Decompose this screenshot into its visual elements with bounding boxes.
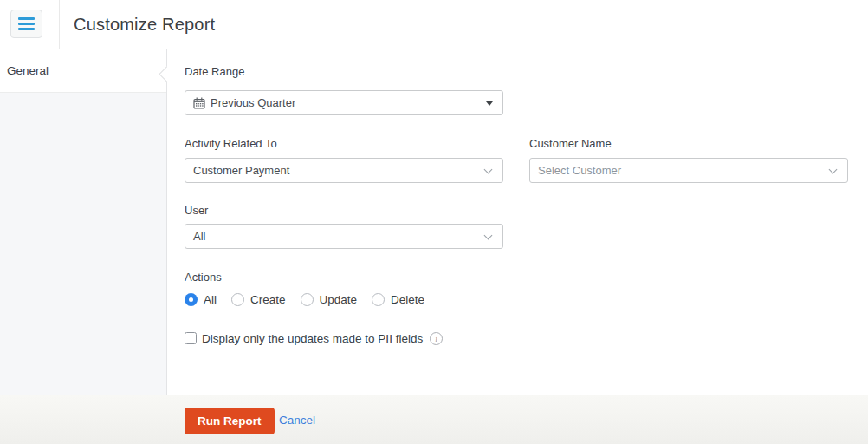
radio-button-selected[interactable] <box>185 293 198 306</box>
user-select[interactable]: All <box>185 224 503 249</box>
cancel-link[interactable]: Cancel <box>279 395 315 444</box>
actions-label: Actions <box>185 271 222 284</box>
activity-related-to-value: Customer Payment <box>193 164 289 177</box>
date-range-value: Previous Quarter <box>211 96 295 109</box>
footer: Run Report Cancel <box>0 395 868 444</box>
hamburger-menu-button[interactable] <box>10 10 42 38</box>
customer-name-placeholder: Select Customer <box>538 164 621 177</box>
customer-name-label: Customer Name <box>529 137 612 150</box>
radio-option-all[interactable]: All <box>185 293 217 306</box>
radio-option-delete[interactable]: Delete <box>372 293 424 306</box>
info-icon[interactable]: i <box>430 332 443 345</box>
radio-button[interactable] <box>301 293 314 306</box>
chevron-down-icon <box>829 166 838 174</box>
activity-related-to-select[interactable]: Customer Payment <box>185 158 503 183</box>
actions-radio-group: All Create Update Delete <box>185 292 424 306</box>
header-divider <box>59 0 60 49</box>
user-value: All <box>193 230 205 243</box>
chevron-down-icon <box>484 166 493 174</box>
radio-button[interactable] <box>372 293 385 306</box>
run-report-button[interactable]: Run Report <box>185 408 275 434</box>
chevron-down-icon <box>484 232 493 240</box>
radio-button[interactable] <box>231 293 244 306</box>
sidebar-item-label: General <box>7 64 49 77</box>
pii-checkbox-label: Display only the updates made to PII fie… <box>202 332 423 345</box>
sidebar: General <box>0 49 167 395</box>
user-label: User <box>185 204 208 217</box>
activity-related-to-label: Activity Related To <box>185 137 277 150</box>
customer-name-select[interactable]: Select Customer <box>529 158 848 183</box>
radio-option-update[interactable]: Update <box>301 293 358 306</box>
header: Customize Report <box>0 0 868 49</box>
pii-checkbox[interactable] <box>185 332 197 344</box>
date-range-select[interactable]: Previous Quarter <box>185 90 503 115</box>
pii-checkbox-row: Display only the updates made to PII fie… <box>185 331 443 345</box>
caret-down-icon <box>486 101 493 106</box>
sidebar-item-general[interactable]: General <box>0 49 166 93</box>
calendar-icon <box>193 97 205 109</box>
page-title: Customize Report <box>74 0 215 49</box>
date-range-label: Date Range <box>185 65 244 78</box>
radio-option-create[interactable]: Create <box>231 293 286 306</box>
